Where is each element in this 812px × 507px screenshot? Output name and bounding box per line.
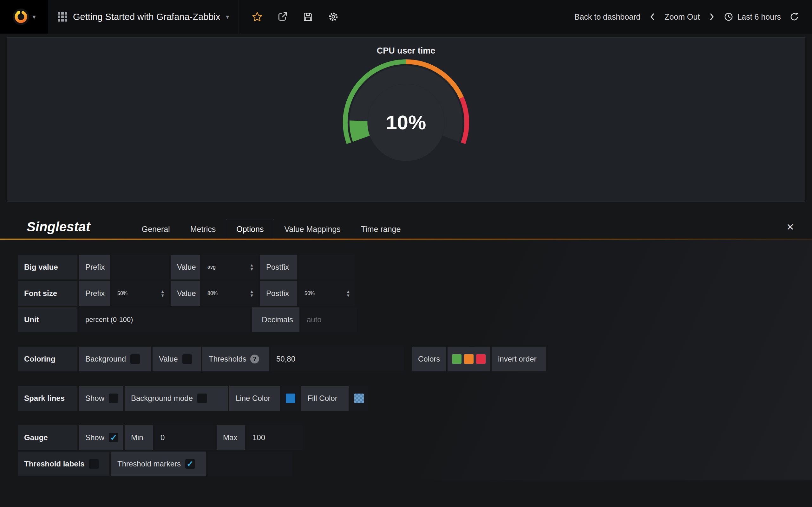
threshold-color-swatch-green[interactable] [452,354,461,364]
thresholds-help-icon[interactable]: ? [250,354,259,363]
max-label: Max [217,425,245,450]
sparkline-show-checkbox[interactable]: ✓ [109,394,118,403]
time-shift-left-button[interactable] [649,12,656,21]
value-size-selected: 80% [207,291,217,296]
gauge-show-checkbox[interactable]: ✓ [109,433,118,442]
gauge: 10% [7,56,805,181]
font-size-label: Font size [18,281,78,306]
value-label: Value [171,281,200,306]
threshold-markers-option: Threshold markers ✓ [111,452,206,476]
gauge-max-input[interactable] [247,425,303,450]
big-value-prefix-input[interactable] [112,255,169,279]
value-size-select[interactable]: 80% ▲▼ [202,281,258,306]
gauge-value-marker [358,121,361,139]
coloring-value-option: Value ✓ [153,347,201,372]
tab-accent-line [0,239,812,239]
fill-color-swatch[interactable] [354,394,364,403]
background-checkbox[interactable]: ✓ [131,354,140,364]
time-shift-right-button[interactable] [708,12,716,21]
logo-caret-icon: ▾ [32,13,36,20]
fill-color-label: Fill Color [301,386,349,411]
threshold-markers-label: Threshold markers [117,459,181,468]
gear-icon [328,11,339,22]
threshold-labels-option: Threshold labels ✓ [18,452,109,476]
spark-lines-group: Spark lines Show ✓ Background mode ✓ Lin… [18,386,812,411]
gauge-min-input[interactable] [155,425,215,450]
unit-row: Unit percent (0-100) Decimals [18,307,812,332]
show-label: Show [85,433,104,442]
threshold-color-swatch-red[interactable] [476,354,486,364]
coloring-row: Coloring Background ✓ Value ✓ Thresholds… [18,347,812,372]
threshold-display-row: Threshold labels ✓ Threshold markers ✓ [18,452,812,476]
threshold-markers-checkbox[interactable]: ✓ [185,459,195,469]
settings-button[interactable] [327,10,340,23]
thresholds-label: Thresholds [209,354,247,363]
navbar-actions [239,0,352,34]
grafana-logo-button[interactable]: ▾ [0,0,48,34]
value-label: Value [159,354,178,363]
tab-time-range[interactable]: Time range [351,219,411,239]
dashboard-grid-icon [58,12,67,21]
invert-order-button[interactable]: invert order [492,347,546,372]
chevron-left-icon [649,12,656,21]
singlestat-panel[interactable]: CPU user time 10% [7,38,805,202]
threshold-labels-checkbox[interactable]: ✓ [89,459,99,469]
value-stat-selected: avg [207,264,216,270]
panel-type-title: Singlestat [27,219,90,239]
check-icon: ✓ [110,433,117,443]
gauge-label: Gauge [18,425,78,450]
value-stat-select[interactable]: avg ▲▼ [202,255,258,279]
prefix-size-selected: 50% [117,291,128,296]
gauge-value: 10% [386,111,426,133]
threshold-labels-label: Threshold labels [24,459,85,468]
share-button[interactable] [276,10,289,23]
coloring-label: Coloring [18,347,78,372]
threshold-color-swatch-orange[interactable] [464,354,473,364]
close-editor-button[interactable]: ✕ [786,222,794,233]
coloring-background-option: Background ✓ [79,347,151,372]
navbar-right: Back to dashboard Zoom Out Last 6 hours [574,12,812,22]
chevron-right-icon [708,12,716,21]
value-checkbox[interactable]: ✓ [183,354,192,364]
tab-value-mappings[interactable]: Value Mappings [274,219,351,239]
postfix-size-select[interactable]: 50% ▲▼ [299,281,355,306]
refresh-button[interactable] [789,12,799,22]
tab-options[interactable]: Options [226,219,274,239]
show-label: Show [85,394,104,403]
colors-label: Colors [412,347,446,372]
refresh-icon [789,12,799,22]
thresholds-input[interactable] [270,347,404,372]
tab-general[interactable]: General [132,219,180,239]
gauge-group: Gauge Show ✓ Min Max Threshold labels ✓ … [18,425,812,476]
editor-tabs: General Metrics Options Value Mappings T… [132,219,411,239]
gauge-row: Gauge Show ✓ Min Max [18,425,812,450]
grafana-logo-icon [12,8,30,26]
prefix-size-select[interactable]: 50% ▲▼ [112,281,169,306]
save-icon [303,11,313,22]
back-to-dashboard-link[interactable]: Back to dashboard [574,12,641,21]
save-button[interactable] [302,10,314,23]
line-color-swatch[interactable] [286,394,295,403]
font-size-row: Font size Prefix 50% ▲▼ Value 80% ▲▼ Pos… [18,281,812,306]
unit-label: Unit [18,307,78,332]
min-label: Min [125,425,153,450]
big-value-row: Big value Prefix Value avg ▲▼ Postfix [18,255,812,279]
background-mode-checkbox[interactable]: ✓ [197,394,207,403]
time-range-picker[interactable]: Last 6 hours [724,12,781,21]
decimals-input[interactable] [301,307,357,332]
prefix-label: Prefix [79,281,110,306]
spark-lines-row: Spark lines Show ✓ Background mode ✓ Lin… [18,386,812,411]
options-form: Big value Prefix Value avg ▲▼ Postfix Fo… [0,239,812,481]
sparkline-show-option: Show ✓ [79,386,123,411]
star-button[interactable] [251,10,264,23]
panel-editor-header: Singlestat General Metrics Options Value… [0,219,812,239]
background-label: Background [85,354,126,363]
top-navbar: ▾ Getting Started with Grafana-Zabbix ▾ [0,0,812,34]
dashboard-picker[interactable]: Getting Started with Grafana-Zabbix ▾ [48,0,239,34]
panel-title: CPU user time [7,38,805,56]
big-value-postfix-input[interactable] [299,255,355,279]
zoom-out-button[interactable]: Zoom Out [664,12,700,21]
postfix-size-selected: 50% [305,291,315,296]
unit-picker[interactable]: percent (0-100) [79,307,250,332]
tab-metrics[interactable]: Metrics [180,219,226,239]
